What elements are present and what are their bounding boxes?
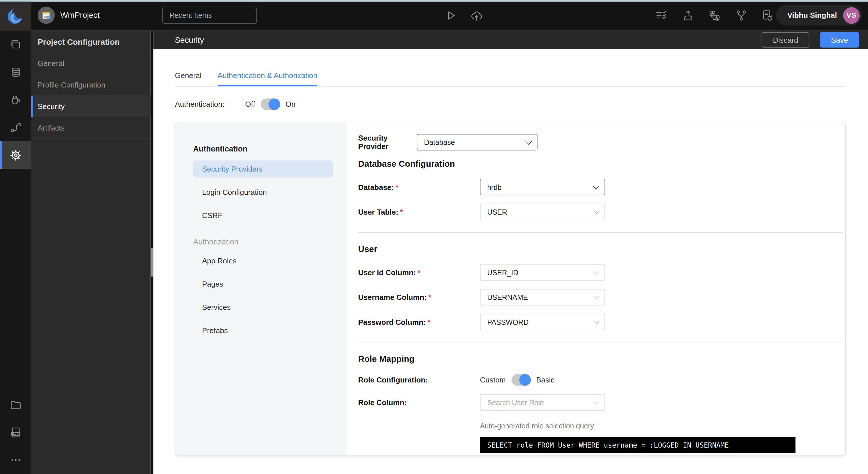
database-label: Database:* — [358, 183, 480, 191]
sidebar-item-label: General — [38, 59, 64, 67]
chevron-down-icon — [594, 319, 599, 324]
chevron-down-icon — [594, 269, 599, 274]
top-accent-strip — [0, 0, 868, 2]
rail-item-more[interactable] — [0, 446, 31, 473]
password-column-select[interactable]: PASSWORD — [480, 314, 605, 330]
wavemaker-logo-button[interactable] — [0, 2, 31, 30]
sidebar-item-profile-configuration[interactable]: Profile Configuration — [31, 74, 151, 96]
rail-item-java-services[interactable] — [0, 86, 31, 113]
version-control-button[interactable] — [734, 8, 748, 23]
sidebar-item-label: Profile Configuration — [38, 81, 105, 89]
sidebar-item-label: Security — [38, 102, 65, 111]
recent-items-button[interactable]: Recent Items — [162, 7, 257, 24]
project-avatar[interactable] — [38, 7, 55, 24]
role-column-label: Role Column: — [358, 398, 480, 407]
nav-item-services[interactable]: Services — [193, 299, 333, 316]
file-sync-button[interactable] — [760, 8, 774, 23]
nav-item-prefabs[interactable]: Prefabs — [193, 322, 333, 339]
settings-gear-icon — [9, 149, 22, 161]
required-marker: * — [417, 268, 421, 276]
nav-item-login-configuration[interactable]: Login Configuration — [193, 184, 333, 201]
tab-authentication-authorization[interactable]: Authentication & Authorization — [218, 71, 317, 86]
role-selection-query-code: SELECT role FROM User WHERE username = :… — [480, 437, 795, 453]
password-column-label: Password Column:* — [358, 318, 480, 326]
user-menu[interactable]: Vibhu Singhal VS — [776, 5, 862, 25]
pages-icon — [9, 38, 22, 51]
username-column-label: Username Column:* — [358, 293, 480, 301]
username-column-select[interactable]: USERNAME — [480, 289, 605, 306]
authentication-label: Authentication: — [175, 100, 245, 108]
sidebar-item-artifacts[interactable]: Artifacts — [31, 117, 151, 139]
role-mapping-heading: Role Mapping — [358, 354, 823, 364]
user-id-column-label: User Id Column:* — [358, 268, 480, 276]
role-column-select[interactable]: Search User Role — [480, 394, 605, 411]
rail-item-file-explorer[interactable] — [0, 391, 31, 418]
sidebar-item-security[interactable]: Security — [31, 96, 151, 117]
nav-item-csrf[interactable]: CSRF — [193, 207, 333, 224]
authentication-toggle[interactable] — [260, 98, 280, 110]
database-row: Database:* hrdb — [358, 179, 823, 195]
wavemaker-logo-icon — [6, 7, 25, 26]
coffee-cup-icon — [9, 93, 22, 106]
user-id-column-row: User Id Column:* USER_ID — [358, 264, 823, 281]
svg-text:LOG: LOG — [13, 432, 19, 435]
page-title: Security — [175, 35, 204, 44]
required-marker: * — [396, 183, 398, 191]
database-select[interactable]: hrdb — [480, 179, 605, 195]
nav-item-app-roles[interactable]: App Roles — [193, 252, 333, 270]
database-value: hrdb — [487, 183, 501, 191]
rail-item-pages[interactable] — [0, 30, 31, 58]
security-provider-select[interactable]: Database — [417, 134, 537, 151]
nav-heading-authorization: Authorization — [193, 237, 347, 246]
user-avatar: VS — [843, 7, 860, 24]
section-divider — [358, 343, 843, 343]
security-provider-label: Security Provider — [358, 134, 417, 151]
cloud-deploy-button[interactable] — [469, 8, 484, 23]
header-actions: Discard Save — [762, 32, 859, 48]
sidebar-item-label: Artifacts — [38, 124, 65, 132]
toggle-knob — [519, 374, 531, 386]
user-table-select[interactable]: USER — [480, 204, 605, 220]
chevron-down-icon — [593, 183, 599, 190]
role-basic-label: Basic — [536, 376, 555, 384]
user-table-value: USER — [487, 208, 507, 216]
security-provider-form: Security Provider Database Database Conf… — [347, 122, 845, 455]
user-id-column-select[interactable]: USER_ID — [480, 264, 605, 281]
localization-button[interactable] — [708, 8, 722, 23]
toggle-knob — [268, 98, 280, 110]
database-icon — [9, 66, 22, 78]
tasks-checklist-button[interactable] — [654, 8, 669, 23]
sidebar-item-general[interactable]: General — [31, 53, 151, 74]
rail-item-settings[interactable] — [0, 141, 31, 169]
toggle-on-label: On — [286, 100, 296, 108]
nav-item-security-providers[interactable]: Security Providers — [193, 160, 333, 178]
save-button[interactable]: Save — [820, 32, 859, 48]
checklist-icon — [655, 9, 668, 22]
role-configuration-label: Role Configuration: — [358, 376, 480, 384]
tab-general[interactable]: General — [175, 71, 202, 86]
username-column-value: USERNAME — [487, 293, 528, 301]
query-caption: Auto-generated role selection query — [480, 422, 823, 430]
database-configuration-heading: Database Configuration — [358, 159, 823, 169]
resizer-handle[interactable] — [151, 248, 153, 277]
discard-button[interactable]: Discard — [762, 32, 809, 48]
workflow-icon — [9, 121, 22, 133]
role-configuration-toggle[interactable] — [511, 374, 531, 386]
section-divider — [358, 232, 843, 233]
rail-item-database[interactable] — [0, 58, 31, 86]
toggle-off-label: Off — [245, 100, 255, 108]
rail-item-apis[interactable] — [0, 113, 31, 141]
chevron-down-icon — [594, 294, 599, 299]
sidebar-resizer[interactable] — [151, 30, 154, 474]
nav-item-pages[interactable]: Pages — [193, 276, 333, 293]
password-column-row: Password Column:* PASSWORD — [358, 314, 823, 330]
nav-heading-authentication: Authentication — [193, 144, 347, 153]
preview-play-button[interactable] — [443, 8, 458, 23]
security-settings-panel: Authentication Security Providers Login … — [175, 122, 846, 456]
file-sync-icon — [761, 9, 774, 22]
security-tabs: General Authentication & Authorization — [175, 71, 846, 87]
rail-item-logs[interactable]: LOG — [0, 418, 31, 446]
project-name: WmProject — [60, 0, 100, 30]
sidebar-title: Project Configuration — [31, 30, 151, 53]
export-project-button[interactable] — [681, 8, 695, 23]
